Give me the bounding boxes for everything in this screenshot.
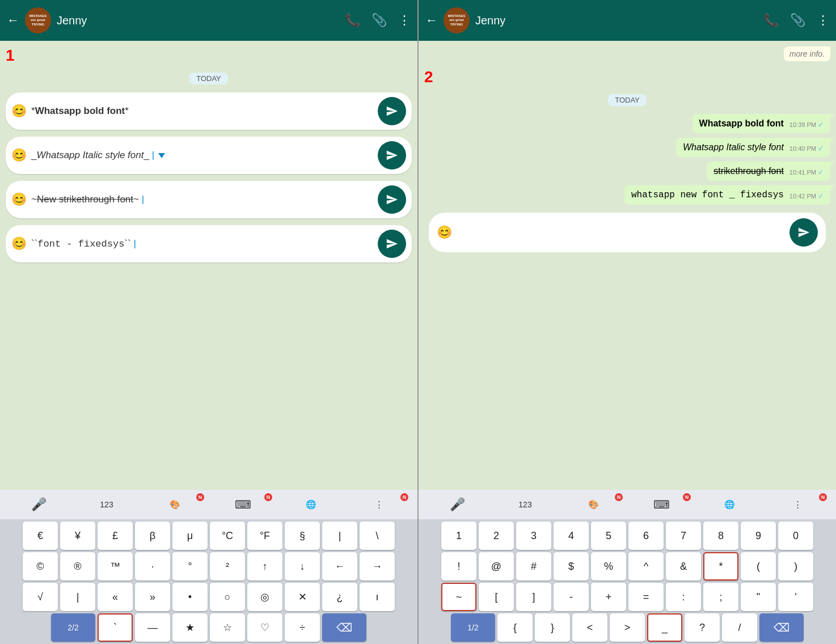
kb-theme-btn-r[interactable]: 🎨N — [559, 490, 627, 519]
key-asterisk[interactable]: * — [703, 552, 738, 581]
key-9[interactable]: 9 — [741, 522, 776, 550]
kb-123-btn[interactable]: 123 — [73, 490, 141, 519]
key-semicolon[interactable]: ; — [703, 583, 738, 611]
key-iquest[interactable]: ¿ — [322, 583, 357, 611]
key-copyright[interactable]: © — [23, 552, 58, 581]
key-star-empty[interactable]: ☆ — [210, 613, 245, 642]
key-hash[interactable]: # — [516, 552, 551, 581]
key-uparrow[interactable]: ↑ — [247, 552, 282, 581]
key-page-2of2[interactable]: 2/2 — [51, 613, 95, 642]
key-tilde[interactable]: ~ — [441, 583, 476, 611]
key-page-1of2[interactable]: 1/2 — [451, 613, 495, 642]
back-button-right[interactable]: ← — [425, 13, 438, 28]
send-button-3[interactable] — [378, 185, 406, 214]
key-beta[interactable]: β — [135, 522, 170, 550]
phone-icon[interactable]: 📞 — [345, 13, 360, 28]
menu-icon-right[interactable]: ⋮ — [817, 13, 829, 28]
key-backtick[interactable]: ` — [98, 613, 133, 642]
kb-theme-btn[interactable]: 🎨N — [141, 490, 209, 519]
key-4[interactable]: 4 — [554, 522, 589, 550]
bold-input-row[interactable]: 😊 *Whatsapp bold font* — [6, 92, 412, 130]
key-rightarrow[interactable]: → — [360, 552, 395, 581]
key-divide[interactable]: ÷ — [285, 613, 320, 642]
kb-mic-btn[interactable]: 🎤 — [5, 490, 73, 519]
key-backslash[interactable]: \ — [360, 522, 395, 550]
key-tm[interactable]: ™ — [98, 552, 133, 581]
kb-keyboard-btn[interactable]: ⌨N — [209, 490, 277, 519]
italic-input-row[interactable]: 😊 _Whatsapp Italic style font_ | — [6, 137, 412, 174]
key-at[interactable]: @ — [479, 552, 514, 581]
key-backspace-r[interactable]: ⌫ — [759, 613, 804, 642]
key-6[interactable]: 6 — [628, 522, 664, 550]
key-dquote[interactable]: " — [741, 583, 776, 611]
key-fahrenheit[interactable]: °F — [247, 522, 282, 550]
send-button-1[interactable] — [378, 97, 406, 125]
key-plus[interactable]: + — [591, 583, 626, 611]
send-button-right[interactable] — [789, 218, 818, 247]
key-3[interactable]: 3 — [516, 522, 551, 550]
key-question[interactable]: ? — [685, 613, 720, 642]
key-sqrt[interactable]: √ — [23, 583, 58, 611]
key-leftarrow[interactable]: ← — [322, 552, 357, 581]
key-times[interactable]: ✕ — [285, 583, 320, 611]
key-colon[interactable]: : — [666, 583, 701, 611]
key-dollar[interactable]: $ — [554, 552, 589, 581]
phone-icon-right[interactable]: 📞 — [763, 13, 779, 28]
kb-mic-btn-r[interactable]: 🎤 — [423, 490, 491, 519]
key-downarrow[interactable]: ↓ — [285, 552, 320, 581]
key-2[interactable]: 2 — [479, 522, 514, 550]
key-lbrace[interactable]: { — [497, 613, 533, 642]
key-7[interactable]: 7 — [666, 522, 701, 550]
mono-input-row[interactable]: 😊 ``font - fixedsys`` | — [6, 225, 412, 262]
key-middot[interactable]: · — [135, 552, 170, 581]
key-section[interactable]: § — [285, 522, 320, 550]
key-circle[interactable]: ○ — [210, 583, 245, 611]
right-input-row[interactable]: 😊 — [429, 213, 826, 252]
emoji-icon-right[interactable]: 😊 — [437, 225, 452, 240]
key-rparen[interactable]: ) — [778, 552, 813, 581]
key-registered[interactable]: ® — [60, 552, 95, 581]
key-minus[interactable]: - — [554, 583, 589, 611]
key-0[interactable]: 0 — [778, 522, 813, 550]
key-rbrace[interactable]: } — [535, 613, 570, 642]
key-rbracket[interactable]: ] — [516, 583, 551, 611]
kb-globe-btn[interactable]: 🌐 — [277, 490, 345, 519]
send-button-2[interactable] — [378, 141, 406, 170]
key-slash[interactable]: / — [722, 613, 757, 642]
key-gt[interactable]: > — [610, 613, 645, 642]
key-caret[interactable]: ^ — [628, 552, 664, 581]
emoji-icon-4[interactable]: 😊 — [11, 236, 27, 251]
emoji-icon-3[interactable]: 😊 — [11, 192, 27, 207]
kb-globe-btn-r[interactable]: 🌐 — [695, 490, 763, 519]
key-yen[interactable]: ¥ — [60, 522, 95, 550]
key-1[interactable]: 1 — [441, 522, 476, 550]
back-button[interactable]: ← — [7, 13, 19, 28]
emoji-icon-1[interactable]: 😊 — [11, 104, 27, 118]
key-amp[interactable]: & — [666, 552, 701, 581]
kb-more-btn[interactable]: ⋮N — [345, 490, 413, 519]
send-button-4[interactable] — [378, 230, 406, 258]
key-pipe[interactable]: | — [322, 522, 357, 550]
key-excl[interactable]: | — [60, 583, 95, 611]
key-squote[interactable]: ' — [778, 583, 813, 611]
key-heart[interactable]: ♡ — [247, 613, 282, 642]
key-8[interactable]: 8 — [703, 522, 738, 550]
key-pct[interactable]: % — [591, 552, 626, 581]
key-laquo[interactable]: « — [98, 583, 133, 611]
key-star-filled[interactable]: ★ — [172, 613, 208, 642]
key-excl-r[interactable]: ! — [441, 552, 476, 581]
strike-input-row[interactable]: 😊 ~New strikethrough font~ | — [6, 181, 412, 218]
key-backspace[interactable]: ⌫ — [322, 613, 366, 642]
key-underscore[interactable]: _ — [647, 613, 682, 642]
key-superscript2[interactable]: ² — [210, 552, 245, 581]
key-raquo[interactable]: » — [135, 583, 170, 611]
key-lt[interactable]: < — [572, 613, 607, 642]
key-degree[interactable]: ° — [172, 552, 208, 581]
key-lbracket[interactable]: [ — [479, 583, 514, 611]
emoji-icon-2[interactable]: 😊 — [11, 148, 27, 163]
kb-keyboard-btn-r[interactable]: ⌨N — [627, 490, 695, 519]
key-bullet[interactable]: • — [172, 583, 208, 611]
key-target[interactable]: ◎ — [247, 583, 282, 611]
key-euro[interactable]: € — [23, 522, 58, 550]
attachment-icon-right[interactable]: 📎 — [790, 13, 805, 28]
